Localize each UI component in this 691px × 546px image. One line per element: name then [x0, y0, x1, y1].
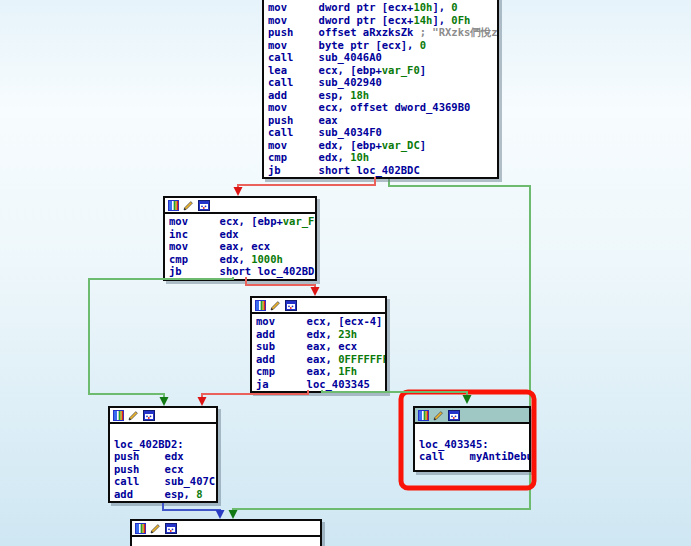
graph-node-size-check[interactable]: mov ecx, [ecx-4]add edx, 23hsub eax, ecx… — [250, 296, 387, 393]
edge-taken-sizecheck-to-loc403345-arrowhead — [463, 395, 472, 404]
node-code: loc_403345:call myAntiDebug — [415, 424, 529, 470]
node-title-bar[interactable] — [110, 408, 216, 424]
node-code: loc_402BD2:push edxpush ecxcall sub_407C… — [110, 424, 216, 501]
code-line: cmp edx, 10h — [268, 151, 497, 164]
edit-comment-icon[interactable] — [270, 300, 281, 311]
node-color-icon[interactable] — [168, 200, 179, 211]
code-line: mov ecx, offset dword_4369B0 — [268, 101, 497, 114]
code-line: call sub_4034F0 — [268, 126, 497, 139]
code-line: inc edx — [169, 228, 315, 241]
code-line: call sub_407C13 — [114, 475, 216, 488]
node-color-icon[interactable] — [135, 523, 146, 534]
code-line: mov edx, [ebp+var_DC] — [268, 139, 497, 152]
graph-node-entry[interactable]: mov dword ptr [ecx+10h], 0mov dword ptr … — [262, 0, 499, 179]
code-line: call myAntiDebug — [419, 450, 529, 463]
code-line: add edx, 23h — [256, 328, 385, 341]
node-color-icon[interactable] — [113, 410, 124, 421]
code-line — [114, 425, 216, 438]
code-line — [136, 538, 320, 546]
edge-taken-loopcheck-to-loc402BD2 — [89, 277, 233, 403]
code-line: call sub_402940 — [268, 76, 497, 89]
edit-comment-icon[interactable] — [128, 410, 139, 421]
code-line: push ecx — [114, 463, 216, 476]
code-line: add esp, 8 — [114, 488, 216, 501]
node-info-icon[interactable] — [448, 410, 459, 421]
node-code: mov dword ptr [ecx+10h], 0mov dword ptr … — [264, 0, 497, 177]
edit-comment-icon[interactable] — [150, 523, 161, 534]
graph-canvas[interactable]: mov dword ptr [ecx+10h], 0mov dword ptr … — [0, 0, 691, 546]
code-line: push eax — [268, 114, 497, 127]
code-line: mov byte ptr [ecx], 0 — [268, 39, 497, 52]
code-line: call sub_4046A0 — [268, 51, 497, 64]
edge-taken-loopcheck-to-loc402BD2-arrowhead — [160, 397, 169, 406]
code-line — [419, 425, 529, 438]
code-line: mov ecx, [ecx-4] — [256, 315, 385, 328]
code-line: push edx — [114, 450, 216, 463]
code-line: mov dword ptr [ecx+10h], 0 — [268, 1, 497, 14]
node-info-icon[interactable] — [143, 410, 154, 421]
code-line: cmp eax, 1Fh — [256, 365, 385, 378]
graph-node-loop-check[interactable]: mov ecx, [ebp+var_F0]inc edxmov eax, ecx… — [163, 196, 317, 281]
code-line: push offset aRxzksZk ; "RXzks們悅zk" — [268, 26, 497, 39]
node-color-icon[interactable] — [418, 410, 429, 421]
node-info-icon[interactable] — [198, 200, 209, 211]
code-line: add esp, 18h — [268, 89, 497, 102]
edge-fallthrough-sizecheck-to-loc402BD2-arrowhead — [198, 397, 207, 406]
code-line: add eax, 0FFFFFFFCh — [256, 353, 385, 366]
edit-comment-icon[interactable] — [183, 200, 194, 211]
graph-node-loc_402BD2[interactable]: loc_402BD2:push edxpush ecxcall sub_407C… — [108, 406, 218, 503]
graph-node-loc_403345[interactable]: loc_403345:call myAntiDebug — [413, 406, 531, 472]
code-line: loc_403345: — [419, 438, 529, 451]
node-code: mov ecx, [ebp+var_F0]inc edxmov eax, ecx… — [165, 214, 315, 279]
code-line: ja loc_403345 — [256, 378, 385, 391]
code-line: jb short loc_402BDC — [268, 164, 497, 177]
node-title-bar[interactable] — [252, 298, 385, 314]
graph-node-merge[interactable] — [130, 519, 322, 546]
code-line: sub eax, ecx — [256, 340, 385, 353]
edge-flow-loc402BD2-to-merge — [163, 503, 220, 516]
code-line: lea ecx, [ebp+var_F0] — [268, 64, 497, 77]
code-line: mov ecx, [ebp+var_F0] — [169, 215, 315, 228]
code-line: loc_402BD2: — [114, 438, 216, 451]
code-line: mov dword ptr [ecx+14h], 0Fh — [268, 14, 497, 27]
node-info-icon[interactable] — [285, 300, 296, 311]
node-code — [132, 537, 320, 546]
edge-fallthrough-top-to-loopcheck-arrowhead — [234, 187, 243, 196]
node-title-bar[interactable] — [415, 408, 529, 424]
edit-comment-icon[interactable] — [433, 410, 444, 421]
node-color-icon[interactable] — [255, 300, 266, 311]
node-code: mov ecx, [ecx-4]add edx, 23hsub eax, ecx… — [252, 314, 385, 391]
code-line: cmp edx, 1000h — [169, 253, 315, 266]
edge-flow-loc402BD2-to-merge-arrowhead — [216, 510, 225, 519]
edge-taken-top-to-loc402BDC-arrowhead — [229, 510, 238, 519]
node-title-bar[interactable] — [132, 521, 320, 537]
edge-fallthrough-loopcheck-to-sizecheck-arrowhead — [311, 287, 320, 296]
node-info-icon[interactable] — [165, 523, 176, 534]
node-title-bar[interactable] — [165, 198, 315, 214]
edge-fallthrough-top-to-loopcheck — [238, 177, 375, 193]
code-line: jb short loc_402BD2 — [169, 265, 315, 278]
code-line: mov eax, ecx — [169, 240, 315, 253]
